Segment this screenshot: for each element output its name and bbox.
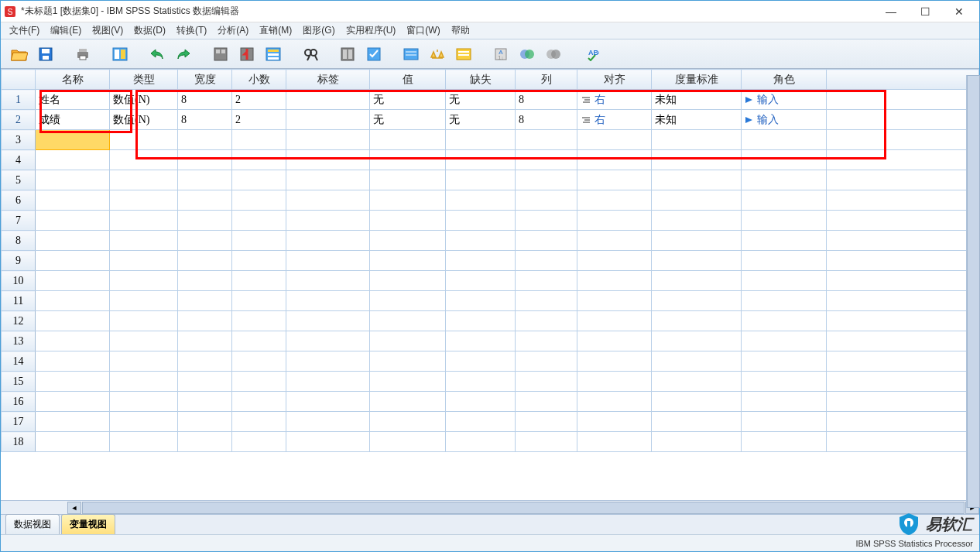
grid-cell[interactable] <box>370 331 446 351</box>
grid-cell[interactable] <box>286 331 370 351</box>
vertical-scrollbar[interactable] <box>966 75 980 508</box>
grid-cell[interactable] <box>516 331 577 351</box>
grid-cell[interactable] <box>577 231 652 251</box>
variables-icon[interactable] <box>261 43 286 66</box>
grid-cell[interactable] <box>742 372 827 392</box>
grid-cell[interactable] <box>742 231 827 251</box>
grid-cell[interactable] <box>446 150 516 170</box>
grid-cell[interactable]: 2 <box>232 110 286 130</box>
menu-item[interactable]: 数据(D) <box>128 22 171 39</box>
grid-cell[interactable] <box>232 392 286 412</box>
grid-cell[interactable] <box>577 251 652 271</box>
grid-cell[interactable] <box>370 351 446 372</box>
menu-item[interactable]: 编辑(E) <box>45 22 87 39</box>
open-icon[interactable] <box>7 43 32 66</box>
grid-cell[interactable] <box>36 372 110 392</box>
grid-cell[interactable] <box>516 170 577 190</box>
grid-cell[interactable] <box>110 211 178 231</box>
row-number[interactable]: 5 <box>2 170 36 190</box>
grid-cell[interactable] <box>36 432 110 452</box>
grid-cell[interactable] <box>286 190 370 211</box>
grid-cell[interactable] <box>516 190 577 211</box>
row-number[interactable]: 16 <box>2 392 36 412</box>
grid-cell[interactable] <box>178 412 232 432</box>
grid-cell[interactable] <box>516 251 577 271</box>
grid-cell[interactable] <box>370 372 446 392</box>
grid-cell[interactable] <box>232 291 286 311</box>
column-header[interactable]: 列 <box>516 70 577 90</box>
grid-cell[interactable] <box>178 211 232 231</box>
grid-cell[interactable]: 2 <box>232 90 286 110</box>
grid-cell[interactable] <box>370 311 446 331</box>
grid-cell[interactable] <box>178 170 232 190</box>
grid-cell[interactable] <box>178 311 232 331</box>
sets-icon[interactable] <box>515 43 540 66</box>
grid-cell[interactable] <box>110 251 178 271</box>
grid-cell[interactable] <box>516 372 577 392</box>
row-number[interactable]: 11 <box>2 291 36 311</box>
grid-cell[interactable] <box>370 190 446 211</box>
grid-cell[interactable] <box>286 231 370 251</box>
select-cases-icon[interactable] <box>362 43 386 66</box>
close-button[interactable]: ✕ <box>942 1 976 22</box>
column-header[interactable]: 宽度 <box>178 70 232 90</box>
redo-icon[interactable] <box>171 43 196 66</box>
menu-item[interactable]: 转换(T) <box>171 22 212 39</box>
menu-item[interactable]: 视图(V) <box>87 22 128 39</box>
grid-cell[interactable] <box>577 130 652 150</box>
grid-cell[interactable] <box>110 372 178 392</box>
grid-cell[interactable] <box>516 311 577 331</box>
grid-cell[interactable] <box>446 412 516 432</box>
grid-cell[interactable] <box>110 190 178 211</box>
grid-cell[interactable] <box>652 251 742 271</box>
grid-cell[interactable] <box>178 271 232 291</box>
grid-cell[interactable] <box>446 231 516 251</box>
scroll-left-icon[interactable]: ◄ <box>67 502 81 514</box>
grid-cell[interactable] <box>36 150 110 170</box>
recall-icon[interactable] <box>108 43 132 66</box>
grid-cell[interactable] <box>742 190 827 211</box>
grid-cell[interactable] <box>652 351 742 372</box>
column-header[interactable]: 类型 <box>110 70 178 90</box>
row-number[interactable]: 17 <box>2 412 36 432</box>
grid-cell[interactable] <box>110 331 178 351</box>
grid-cell[interactable] <box>742 311 827 331</box>
grid-cell[interactable] <box>446 372 516 392</box>
row-number[interactable]: 3 <box>2 130 36 150</box>
grid-cell[interactable] <box>516 392 577 412</box>
use-sets-icon[interactable] <box>451 43 476 66</box>
grid-cell[interactable]: 无 <box>446 110 516 130</box>
corner-cell[interactable] <box>2 70 36 90</box>
column-header[interactable]: 对齐 <box>577 70 652 90</box>
grid-cell[interactable] <box>370 291 446 311</box>
grid-cell[interactable] <box>110 150 178 170</box>
grid-cell[interactable] <box>178 392 232 412</box>
grid-cell[interactable] <box>516 150 577 170</box>
row-number[interactable]: 13 <box>2 331 36 351</box>
row-number[interactable]: 2 <box>2 110 36 130</box>
grid-cell[interactable] <box>652 150 742 170</box>
grid-cell[interactable] <box>516 271 577 291</box>
grid-cell[interactable] <box>110 291 178 311</box>
grid-cell[interactable] <box>652 432 742 452</box>
grid-cell[interactable] <box>36 331 110 351</box>
grid-cell[interactable] <box>742 412 827 432</box>
grid-cell[interactable]: 输入 <box>742 110 827 130</box>
grid-cell[interactable] <box>516 211 577 231</box>
grid-cell[interactable]: 8 <box>178 110 232 130</box>
grid-cell[interactable] <box>370 170 446 190</box>
grid-cell[interactable] <box>742 251 827 271</box>
grid-cell[interactable]: 成绩 <box>36 110 110 130</box>
variable-grid[interactable]: 名称类型宽度小数标签值缺失列对齐度量标准角色1姓名数值(N)82无无8右未知输入… <box>1 69 979 500</box>
grid-cell[interactable] <box>652 170 742 190</box>
grid-cell[interactable]: 无 <box>370 90 446 110</box>
grid-cell[interactable] <box>232 372 286 392</box>
grid-cell[interactable] <box>178 130 232 150</box>
grid-cell[interactable] <box>652 291 742 311</box>
grid-cell[interactable] <box>36 170 110 190</box>
grid-cell[interactable] <box>286 311 370 331</box>
grid-cell[interactable] <box>286 251 370 271</box>
grid-cell[interactable] <box>370 231 446 251</box>
grid-cell[interactable]: 无 <box>370 110 446 130</box>
grid-cell[interactable] <box>577 190 652 211</box>
